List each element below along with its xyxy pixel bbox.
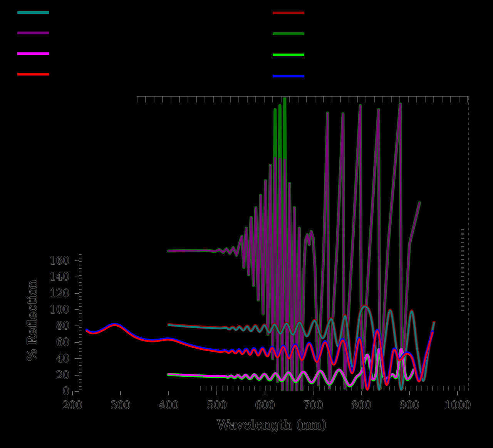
x-tick-mark (265, 391, 265, 395)
y-tick-mark (75, 358, 79, 359)
x-tick-mark (457, 391, 458, 395)
y-tick-label: 160 (35, 255, 69, 267)
y-tick-label: 0 (35, 385, 69, 397)
x-axis-title: Wavelength (nm) (202, 417, 341, 432)
x-tick-label: 300 (103, 399, 138, 411)
y-axis-title: % Reflection (25, 251, 40, 390)
y-tick-label: 100 (35, 304, 69, 315)
x-tick-mark (120, 391, 121, 395)
x-tick-mark (313, 391, 314, 395)
x-tick-label: 800 (344, 399, 379, 411)
y-tick-mark (75, 260, 79, 261)
y-tick-mark (75, 293, 79, 294)
y-tick-mark (75, 375, 79, 376)
x-tick-mark (72, 391, 73, 395)
y-tick-mark (75, 277, 79, 277)
spectra-plot (0, 0, 493, 448)
y-tick-label: 60 (35, 336, 69, 348)
y-tick-mark (75, 326, 79, 326)
y-tick-label: 120 (35, 287, 69, 299)
figure-canvas: 2003004005006007008009001000020406080100… (0, 0, 493, 448)
x-tick-label: 200 (55, 399, 90, 411)
y-tick-label: 40 (35, 352, 69, 364)
y-tick-label: 140 (35, 271, 69, 283)
x-tick-mark (216, 391, 217, 395)
x-tick-label: 900 (392, 399, 427, 411)
x-tick-mark (361, 391, 362, 395)
y-tick-mark (75, 309, 79, 310)
x-tick-mark (168, 391, 169, 395)
y-tick-label: 20 (35, 369, 69, 381)
x-tick-label: 1000 (440, 399, 475, 411)
x-tick-mark (409, 391, 410, 395)
y-tick-label: 80 (35, 320, 69, 332)
y-tick-mark (75, 342, 79, 343)
x-tick-label: 600 (248, 399, 282, 411)
x-tick-label: 400 (151, 399, 186, 411)
y-tick-mark (75, 391, 79, 392)
x-tick-label: 700 (296, 399, 330, 411)
x-tick-label: 500 (200, 399, 234, 411)
